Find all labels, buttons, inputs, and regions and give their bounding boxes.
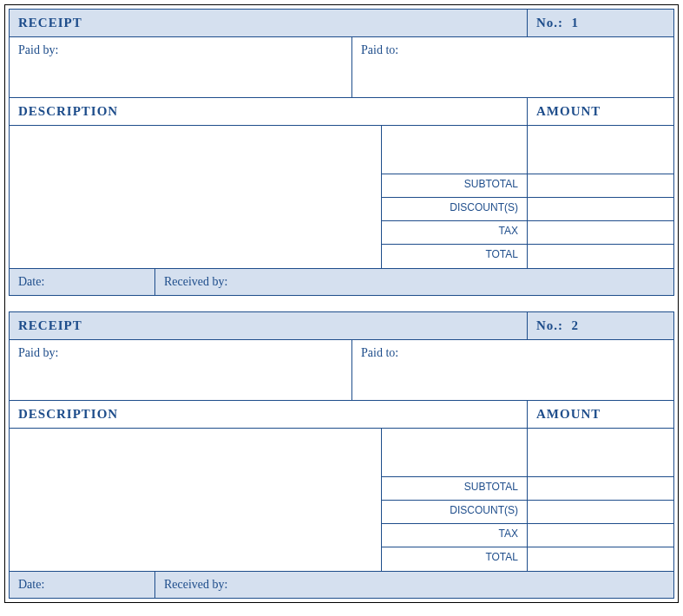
discount-amount bbox=[528, 198, 673, 220]
tax-label: TAX bbox=[382, 221, 528, 244]
date-cell: Date: bbox=[10, 269, 155, 295]
date-cell: Date: bbox=[10, 572, 155, 598]
amount-header: AMOUNT bbox=[528, 98, 673, 126]
paid-to-cell: Paid to: bbox=[352, 37, 673, 98]
received-by-label: Received by: bbox=[164, 578, 227, 591]
page-container: RECEIPT No.: 1 Paid by: Paid to: DESCRIP… bbox=[4, 4, 679, 603]
total-amount bbox=[528, 547, 673, 571]
received-by-cell: Received by: bbox=[155, 269, 673, 295]
receipt-number-label: No.: bbox=[536, 318, 563, 332]
description-header: DESCRIPTION bbox=[10, 98, 528, 126]
paid-by-label: Paid by: bbox=[18, 43, 58, 56]
total-label: TOTAL bbox=[382, 547, 528, 571]
paid-by-cell: Paid by: bbox=[10, 340, 352, 401]
receipt-number-cell: No.: 1 bbox=[528, 10, 673, 37]
subtotal-amount bbox=[528, 174, 673, 197]
paid-to-label: Paid to: bbox=[361, 43, 398, 56]
line-item-blank bbox=[382, 126, 673, 174]
line-item-blank bbox=[382, 429, 673, 477]
date-label: Date: bbox=[18, 275, 44, 288]
tax-amount bbox=[528, 524, 673, 547]
discount-row: DISCOUNT(S) bbox=[382, 198, 673, 221]
receipt-number-value: 1 bbox=[572, 16, 580, 29]
receipt-title: RECEIPT bbox=[10, 312, 528, 340]
discount-label: DISCOUNT(S) bbox=[382, 198, 528, 220]
subtotal-row: SUBTOTAL bbox=[382, 174, 673, 198]
paid-to-cell: Paid to: bbox=[352, 340, 673, 401]
total-row: TOTAL bbox=[382, 245, 673, 268]
subtotal-row: SUBTOTAL bbox=[382, 477, 673, 501]
received-by-label: Received by: bbox=[164, 275, 227, 288]
tax-row: TAX bbox=[382, 524, 673, 547]
receipt-2: RECEIPT No.: 2 Paid by: Paid to: DESCRIP… bbox=[9, 311, 674, 599]
tax-row: TAX bbox=[382, 221, 673, 245]
totals-stack: SUBTOTAL DISCOUNT(S) TAX TOTAL bbox=[382, 126, 673, 268]
receipt-1: RECEIPT No.: 1 Paid by: Paid to: DESCRIP… bbox=[9, 9, 674, 296]
paid-by-cell: Paid by: bbox=[10, 37, 352, 98]
total-row: TOTAL bbox=[382, 547, 673, 571]
description-area bbox=[10, 429, 382, 571]
receipt-body: SUBTOTAL DISCOUNT(S) TAX TOTAL bbox=[10, 429, 673, 572]
tax-amount bbox=[528, 221, 673, 244]
total-label: TOTAL bbox=[382, 245, 528, 268]
discount-label: DISCOUNT(S) bbox=[382, 501, 528, 523]
receipt-body: SUBTOTAL DISCOUNT(S) TAX TOTAL bbox=[10, 126, 673, 269]
amount-header: AMOUNT bbox=[528, 401, 673, 429]
subtotal-label: SUBTOTAL bbox=[382, 174, 528, 197]
received-by-cell: Received by: bbox=[155, 572, 673, 598]
subtotal-label: SUBTOTAL bbox=[382, 477, 528, 500]
receipt-number-cell: No.: 2 bbox=[528, 312, 673, 340]
description-header: DESCRIPTION bbox=[10, 401, 528, 429]
discount-amount bbox=[528, 501, 673, 523]
date-label: Date: bbox=[18, 578, 44, 591]
total-amount bbox=[528, 245, 673, 268]
totals-stack: SUBTOTAL DISCOUNT(S) TAX TOTAL bbox=[382, 429, 673, 571]
discount-row: DISCOUNT(S) bbox=[382, 501, 673, 524]
tax-label: TAX bbox=[382, 524, 528, 547]
receipt-number-value: 2 bbox=[572, 318, 580, 332]
receipt-title: RECEIPT bbox=[10, 10, 528, 37]
paid-by-label: Paid by: bbox=[18, 346, 58, 359]
receipt-number-label: No.: bbox=[536, 16, 563, 29]
subtotal-amount bbox=[528, 477, 673, 500]
description-area bbox=[10, 126, 382, 268]
paid-to-label: Paid to: bbox=[361, 346, 398, 359]
